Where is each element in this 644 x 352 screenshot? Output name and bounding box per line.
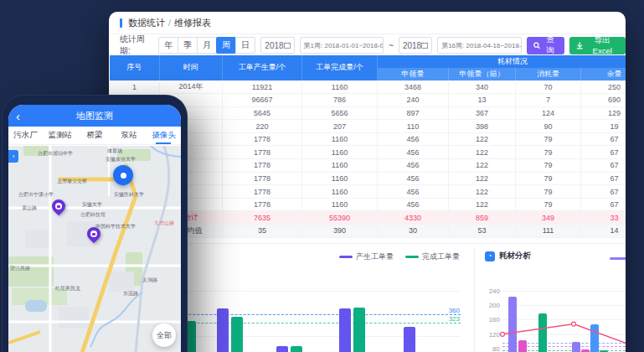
- filter-bar: 统计周期: 年季月周日 2018 第1周: 2018-01-01~2018-01…: [109, 34, 626, 56]
- period-option-周[interactable]: 周: [216, 37, 236, 54]
- gridline: [502, 319, 626, 320]
- search-icon: [533, 42, 540, 49]
- bar: [538, 313, 547, 352]
- bar: [508, 297, 517, 352]
- expand-panel-button[interactable]: ›: [8, 150, 18, 163]
- bar-产生工单量: [217, 308, 229, 352]
- bar-产生工单量: [404, 327, 415, 352]
- column-header: 工单完成量/个: [302, 55, 378, 80]
- gridline: [502, 334, 626, 335]
- back-button[interactable]: ‹: [16, 105, 20, 127]
- table-row: 12014年119211160346834070250: [110, 80, 626, 94]
- bar: [590, 324, 599, 352]
- map-label: 望江西路: [10, 265, 30, 272]
- range-separator: ~: [389, 41, 394, 50]
- calendar-icon: [284, 42, 291, 49]
- materials-chart: ◔耗材分析2402001601208040: [482, 246, 626, 352]
- legend-swatch-icon: [405, 256, 419, 258]
- camera-icon: [55, 203, 62, 210]
- bar-完成工单量: [231, 317, 243, 352]
- map-label: 合肥市琥珀中学: [38, 150, 73, 158]
- reference-line-label: 360: [449, 307, 460, 314]
- sub-column-header: 消耗量: [516, 68, 581, 80]
- sub-column-header: 申领量（箱）: [449, 68, 516, 80]
- map-label: 合肥市宁溪小学: [18, 191, 54, 199]
- map-label: 太湖路: [142, 277, 157, 284]
- phone-tab-泵站[interactable]: 泵站: [112, 127, 147, 144]
- map-label: 安徽医科大学: [114, 191, 144, 199]
- bar: [518, 340, 527, 352]
- legend-item[interactable]: 完成工单量: [405, 251, 460, 262]
- breadcrumb-separator: /: [168, 18, 171, 28]
- phone-tab-监测站[interactable]: 监测站: [43, 127, 77, 144]
- calendar-icon: [421, 42, 428, 49]
- sub-column-header: 申领量: [378, 68, 449, 80]
- bar-产生工单量: [276, 346, 288, 352]
- year-end-select[interactable]: 2018: [399, 37, 432, 54]
- reference-line-label: 323: [449, 315, 460, 323]
- period-option-月[interactable]: 月: [197, 37, 217, 54]
- column-header: 时间: [160, 55, 223, 80]
- y-axis-tick: 240: [483, 287, 500, 295]
- phone-tab-桥梁[interactable]: 桥梁: [77, 127, 111, 144]
- phone-title: 地图监测: [76, 110, 113, 122]
- marker-dot: [121, 173, 126, 179]
- trend-line: [482, 246, 626, 352]
- period-option-日[interactable]: 日: [235, 37, 255, 54]
- query-button[interactable]: 查询: [527, 37, 564, 54]
- map-label: 东流路: [123, 290, 138, 298]
- phone-screen: ‹ 地图监测 污水厂监测站桥梁泵站摄像头: [8, 105, 181, 352]
- map-label: 五里墩立交桥: [57, 178, 87, 185]
- phone-tab-bar: 污水厂监测站桥梁泵站摄像头: [8, 127, 181, 145]
- breadcrumb-page: 维修报表: [174, 17, 211, 29]
- gridline: [142, 291, 461, 292]
- export-excel-button[interactable]: 导出Excel: [569, 37, 626, 54]
- bar: [572, 342, 580, 352]
- map-label: 黄山路: [22, 204, 37, 212]
- reference-line: [142, 314, 461, 315]
- map-label: 安徽农业大学: [106, 156, 136, 163]
- y-axis-tick: 160: [483, 316, 500, 324]
- bar-产生工单量: [339, 308, 351, 352]
- week-start-input[interactable]: 第1周: 2018-01-01~2018-01-07: [300, 37, 384, 54]
- period-option-季[interactable]: 季: [178, 37, 198, 54]
- filter-label: 统计周期:: [120, 34, 153, 57]
- gridline: [502, 291, 626, 292]
- legend-item[interactable]: 产生工单量: [339, 251, 394, 262]
- map-label: 九华山路: [154, 220, 174, 227]
- map-view[interactable]: 合肥市琥珀中学体育场安徽农业大学五里墩立交桥合肥市宁溪小学安徽大学合肥科技馆中国…: [8, 146, 181, 352]
- legend-swatch-icon: [610, 257, 626, 260]
- table-row: 96667786240137690: [110, 94, 626, 107]
- map-label: 合肥科技馆: [80, 211, 106, 219]
- download-icon: [576, 42, 583, 49]
- group-column-header: 耗材情况: [378, 55, 626, 68]
- back-chevron-icon: ‹: [16, 109, 20, 123]
- phone-tab-摄像头[interactable]: 摄像头: [147, 127, 181, 144]
- period-option-年[interactable]: 年: [158, 37, 178, 54]
- show-all-button[interactable]: 全部: [152, 324, 176, 347]
- y-axis-tick: 80: [483, 345, 500, 352]
- camera-icon: [90, 230, 97, 237]
- charts-vertical-divider: [474, 246, 475, 352]
- column-header: 工单产生量/个: [223, 55, 302, 80]
- phone-tab-污水厂[interactable]: 污水厂: [8, 127, 43, 144]
- breadcrumb-accent-bar: [120, 18, 122, 28]
- breadcrumb-section: 数据统计: [128, 17, 165, 29]
- map-label: 红星美凯龙: [55, 285, 80, 292]
- bar-完成工单量: [353, 308, 365, 352]
- chart-icon: ◔: [485, 251, 495, 261]
- week-end-input[interactable]: 第16周: 2018-04-16~2018-04-22: [437, 37, 522, 54]
- year-start-select[interactable]: 2018: [260, 37, 294, 54]
- gridline: [502, 305, 626, 306]
- breadcrumb: 数据统计 / 维修报表: [109, 12, 626, 34]
- map-label: 体育场: [107, 148, 122, 155]
- bar-完成工单量: [291, 346, 302, 352]
- chevron-right-icon: ›: [13, 153, 15, 160]
- phone-header: ‹ 地图监测: [8, 105, 181, 127]
- column-header: 序号: [110, 55, 160, 80]
- map-label: 中国科学技术大学: [95, 223, 136, 230]
- map-label: 安徽大学: [82, 201, 102, 209]
- phone-mockup: ‹ 地图监测 污水厂监测站桥梁泵站摄像头: [2, 95, 188, 352]
- y-axis-tick: 200: [483, 302, 500, 309]
- selected-camera-marker[interactable]: [113, 165, 133, 185]
